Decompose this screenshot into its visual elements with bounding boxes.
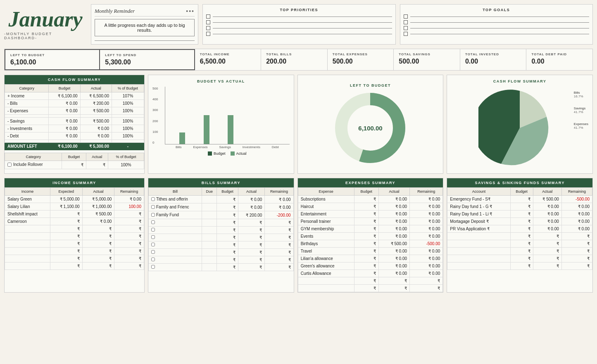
donut-value: 6,100.00 [358,125,382,132]
expense-actual: ₹ [379,277,410,285]
bill-actual: ₹ [238,227,265,234]
savings-remaining: ₹ 0.00 [561,218,592,225]
bill-due [202,241,217,249]
legend-actual-label: Actual [236,151,247,156]
bill-budget: ₹ [217,203,238,211]
pie-svg [478,87,561,169]
goal-row [404,32,590,36]
goal-checkbox[interactable] [404,26,408,30]
cf-sign: - Investments [5,125,49,132]
income-remaining: ₹ [114,248,144,255]
priority-row [206,26,392,30]
bills-col-remaining: Remaining [265,188,293,196]
goal-checkbox[interactable] [404,32,408,36]
savings-budget: ₹ [510,248,533,255]
cash-flow-row [5,115,144,118]
header-section: January -MONTHLY BUDGET DASHBOARD- Month… [4,4,593,45]
goal-checkbox[interactable] [404,20,408,24]
income-row: ₹ ₹ ₹ [5,262,144,270]
y-axis: 500 400 300 200 100 0 [152,87,158,144]
left-to-spend-label: LEFT TO SPEND [105,53,189,57]
rollover-checkbox[interactable] [7,163,12,167]
expense-row: Green's allowance ₹ ₹ 0.00 ₹ 0.00 [298,262,443,270]
bill-remaining: ₹ [265,241,293,249]
income-actual: ₹ [82,255,114,262]
expense-remaining: ₹ 0.00 [410,203,443,210]
bill-actual: ₹ [238,241,265,249]
rollover-row: Include Rollover ₹ ₹ 100% [5,161,144,169]
income-label [5,255,50,262]
bar-x-labels: Bills Expenses Savings Investments Debt [165,144,290,149]
cf-actual [80,140,112,143]
savings-actual: ₹ 0.00 [533,225,561,233]
bill-checkbox[interactable] [151,205,155,209]
expense-row: GYM membership ₹ ₹ 0.00 ₹ 0.00 [298,225,443,233]
amount-left-pct: - [112,143,144,150]
priority-checkbox[interactable] [206,26,210,30]
pie-wrapper: Bills16.7% Savings41.7% Expenses41.7% [451,87,588,169]
savings-budget: ₹ [510,218,533,225]
income-table: Income Expected Actual Remaining Salary … [5,187,144,270]
income-label: Shellshift impact [5,210,50,218]
goal-checkbox[interactable] [404,14,408,19]
expense-budget: ₹ [354,210,378,218]
income-label: Salary Green [5,196,50,203]
income-expected: ₹ [50,225,82,233]
income-remaining: ₹ 0.00 [114,196,144,203]
income-row: ₹ ₹ ₹ [5,255,144,262]
cf-pct: 100% [112,100,144,107]
savings-label [447,262,510,270]
bill-label: Family Fund [149,211,202,219]
savings-row: ₹ ₹ ₹ [447,240,592,248]
bill-checkbox[interactable] [151,243,155,246]
bills-row: ₹ ₹ ₹ [149,234,294,241]
rollover-budget: ₹ [62,161,86,169]
expenses-title: EXPENSES SUMMARY [298,178,443,187]
bill-checkbox[interactable] [151,213,155,217]
bill-actual: ₹ [238,234,265,241]
rollover-table: Category Budget Actual % of Budget Inclu… [5,153,144,169]
expense-actual: ₹ 0.00 [379,262,410,270]
total-bills-value: 200.00 [266,58,322,65]
savings-remaining: ₹ [561,255,592,262]
col-budget: Budget [49,85,80,92]
bill-checkbox[interactable] [151,235,155,239]
bill-actual: ₹ 0.00 [238,203,265,211]
income-expected: ₹ [50,255,82,262]
total-savings-cell: TOTAL SAVINGS 500.00 [394,49,460,70]
cf-sign [5,115,49,118]
priority-checkbox[interactable] [206,14,210,19]
sav-col-label: Account [447,188,510,196]
total-expenses-value: 500.00 [333,58,389,65]
expense-label: Events [298,233,354,240]
income-remaining: ₹ [114,210,144,218]
expense-remaining: ₹ [410,277,443,285]
bill-checkbox[interactable] [151,220,155,224]
bill-checkbox[interactable] [151,265,155,269]
donut-center: 6,100.00 [358,125,382,132]
bill-checkbox[interactable] [151,228,155,232]
cf-sign: - Expenses [5,107,49,115]
expense-row: Personall trainer ₹ ₹ 0.00 ₹ 0.00 [298,218,443,225]
expense-row: Curtis Allowance ₹ ₹ 0.00 ₹ 0.00 [298,270,443,277]
bill-checkbox[interactable] [151,250,155,254]
goals-title: TOP GOALS [404,8,590,12]
bill-budget: ₹ [217,264,238,271]
expense-label: Green's allowance [298,262,354,270]
bill-checkbox[interactable] [151,258,155,261]
cash-flow-title: CASH FLOW SUMMARY [5,75,144,84]
savings-row: Rainy Day fund 1 - G ₹ ₹ ₹ 0.00 ₹ 0.00 [447,203,592,210]
priority-checkbox[interactable] [206,20,210,24]
total-income-label: TOTAL INCOME [200,52,256,56]
summary-bar: LEFT TO BUDGET 6,100.00 LEFT TO SPEND 5,… [4,49,593,71]
bill-checkbox[interactable] [151,197,155,201]
savings-budget: ₹ [510,262,533,270]
income-expected: ₹ [50,233,82,240]
rollover-col-category: Category [5,153,62,161]
priority-checkbox[interactable] [206,32,210,36]
expense-row: Travel ₹ ₹ 0.00 ₹ 0.00 [298,248,443,255]
savings-remaining: -500.00 [561,196,592,203]
income-label [5,248,50,255]
income-row: ₹ ₹ ₹ [5,233,144,240]
reminder-message: A little progress each day adds up to bi… [95,19,195,36]
